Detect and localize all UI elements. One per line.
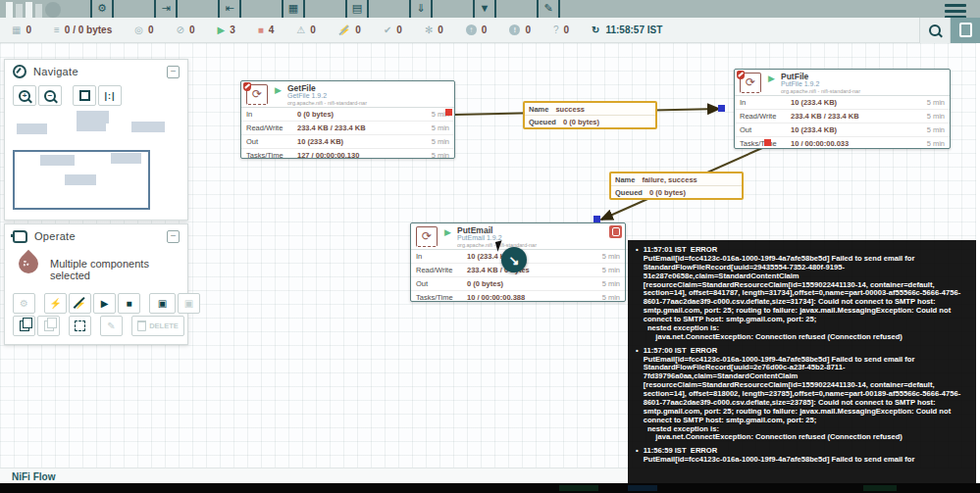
- bulletin-item: • 11:57:01 IST ERRORPutEmail[id=fcc4123c…: [636, 246, 971, 342]
- zoom-in-button[interactable]: +: [13, 85, 36, 106]
- os-taskbar: [0, 483, 980, 493]
- paste-button[interactable]: [37, 316, 60, 336]
- ungroup-button[interactable]: ▣: [178, 293, 200, 314]
- processor-bundle: org.apache.nifi - nifi-standard-nar: [287, 100, 367, 106]
- operate-panel: Operate – Multiple components selected ⚙…: [4, 223, 188, 345]
- restricted-shield-icon: [243, 82, 251, 91]
- connection-label-failure-success[interactable]: Namefailure, success Queued0 (0 bytes): [609, 172, 744, 200]
- bullet-icon: •: [636, 447, 639, 465]
- remote-not-transmitting-icon: ⊘: [177, 25, 184, 35]
- running-play-icon: ▶: [275, 85, 282, 95]
- create-template-button[interactable]: [69, 316, 91, 336]
- label-icon[interactable]: ✎: [537, 0, 560, 18]
- processor-glyph-icon: ⟳: [416, 226, 438, 247]
- zoom-actual-button[interactable]: |:|: [98, 85, 122, 106]
- running-status: ▶ 3: [217, 25, 234, 35]
- breadcrumb[interactable]: NiFi Flow: [12, 471, 55, 482]
- stat-row-out: Out0 (0 bytes)5 min: [411, 277, 625, 291]
- copy-button[interactable]: [13, 316, 35, 336]
- search-icon: [929, 25, 941, 36]
- refresh-icon[interactable]: ↻: [592, 25, 599, 35]
- stat-row-readwrite: Read/Write233.4 KB / 233.4 KB5 min: [241, 122, 454, 135]
- input-port-icon[interactable]: ⇥: [154, 0, 178, 18]
- bulletin-message: PutEmail[id=fcc4123c-016a-1000-19f9-4a7a…: [644, 355, 961, 442]
- bulletin-message: PutEmail[id=fcc4123c-016a-1000-19f9-4a7a…: [644, 254, 961, 341]
- stale-status: ↑ 0: [466, 25, 488, 35]
- bullet-icon: •: [636, 347, 639, 443]
- connection-destination-handle[interactable]: [718, 105, 725, 112]
- birdseye-block: [131, 122, 165, 132]
- processor-getfile[interactable]: ⟳ ▶ GetFile GetFile 1.9.2 org.apache.nif…: [240, 80, 455, 159]
- lightning-slash-icon: ⚡: [338, 25, 350, 35]
- bullet-icon: •: [636, 246, 639, 342]
- process-group-icon[interactable]: ▦: [282, 0, 305, 18]
- connection-label-success[interactable]: Namesuccess Queued0 (0 bytes): [523, 101, 657, 129]
- collapse-navigate-button[interactable]: –: [167, 66, 180, 78]
- running-play-icon: ▶: [444, 227, 451, 237]
- birdseye-viewport[interactable]: [13, 150, 150, 210]
- template-icon[interactable]: ▼: [473, 0, 496, 18]
- funnel-icon[interactable]: ⇓: [409, 0, 433, 18]
- delete-button[interactable]: DELETE: [131, 316, 184, 336]
- birdseye-minimap[interactable]: [13, 111, 181, 215]
- selection-droplet-icon: [15, 250, 42, 277]
- stopped-square-icon: ■: [258, 25, 264, 35]
- scroll-gutter[interactable]: [976, 43, 980, 483]
- connection-source-handle[interactable]: [764, 139, 771, 146]
- up-to-date-status: ✔ 0: [384, 25, 402, 35]
- bulletin-level: ERROR: [691, 346, 717, 355]
- nifi-logo: [6, 0, 61, 18]
- last-refresh-time: ↻ 11:58:57 IST: [592, 25, 662, 35]
- remote-process-group-icon[interactable]: ▤: [345, 0, 369, 18]
- check-icon: ✔: [384, 25, 391, 35]
- bulletin-tooltip-panel: • 11:57:01 IST ERRORPutEmail[id=fcc4123c…: [628, 240, 977, 483]
- search-button[interactable]: [919, 18, 950, 43]
- component-toolbar: ⚙ ⇥ ⇤ ▦ ▤ ⇓ ▼ ✎: [0, 0, 980, 18]
- output-port-icon[interactable]: ⇤: [218, 0, 241, 18]
- global-menu-icon[interactable]: [945, 4, 966, 18]
- fill-color-button[interactable]: ✎: [100, 316, 123, 336]
- stop-button[interactable]: ■: [118, 293, 140, 314]
- stopped-status: ■ 4: [258, 25, 275, 35]
- selection-status-text: Multiple components selected: [50, 258, 187, 281]
- running-play-icon: ▶: [768, 74, 775, 83]
- note-icon: [612, 227, 620, 236]
- collapse-operate-button[interactable]: –: [167, 230, 180, 243]
- stat-row-out: Out10 (233.4 KB)5 min: [735, 123, 950, 137]
- connection-source-handle[interactable]: [445, 109, 452, 116]
- asterisk-icon: ✻: [425, 25, 433, 35]
- navigate-panel: Navigate – + − |:|: [4, 59, 188, 221]
- note-icon: [959, 23, 972, 37]
- processor-bundle: org.apache.nifi - nifi-standard-nar: [781, 88, 860, 94]
- bulletin-message: PutEmail[id=fcc4123c-016a-1000-19f9-4a7a…: [644, 455, 915, 464]
- processor-icon[interactable]: ⚙: [90, 0, 114, 18]
- one-to-one-icon: |:|: [104, 91, 115, 101]
- copy-icon: [20, 320, 29, 331]
- birdseye-block: [77, 111, 109, 123]
- disabled-status: ⚡ 0: [338, 25, 361, 35]
- active-threads-status: ▦ 0: [12, 25, 31, 35]
- settings-button[interactable]: ⚙: [13, 293, 35, 314]
- zoom-in-icon: +: [19, 90, 30, 102]
- disable-button[interactable]: ⚡: [69, 293, 91, 314]
- bulletin-level: ERROR: [691, 446, 717, 455]
- enable-button[interactable]: ⚡: [44, 293, 67, 314]
- connection-destination-handle[interactable]: [593, 216, 600, 222]
- start-button[interactable]: ▶: [93, 293, 116, 314]
- bulletin-indicator-icon[interactable]: [609, 225, 622, 238]
- up-arrow-circle-icon: ↑: [466, 25, 477, 35]
- bulletin-board-button[interactable]: [950, 18, 980, 43]
- paste-icon: [44, 320, 54, 331]
- processor-putfile[interactable]: ⟳ ▶ PutFile PutFile 1.9.2 org.apache.nif…: [734, 69, 951, 149]
- queued-status: ≡ 0 / 0 bytes: [54, 25, 112, 35]
- stat-row-tasks: Tasks/Time10 / 00:00:00.3885 min: [411, 291, 625, 304]
- running-play-icon: ▶: [217, 25, 225, 35]
- zoom-out-icon: −: [44, 90, 56, 102]
- group-button[interactable]: ▣: [149, 293, 176, 314]
- question-icon: ?: [553, 25, 559, 35]
- zoom-out-button[interactable]: −: [38, 85, 62, 106]
- modified-stale-status: ! 0: [509, 25, 531, 35]
- warning-icon: ⚠: [296, 25, 305, 35]
- zoom-fit-button[interactable]: [73, 85, 96, 106]
- drag-cursor-icon: ↘: [501, 247, 527, 272]
